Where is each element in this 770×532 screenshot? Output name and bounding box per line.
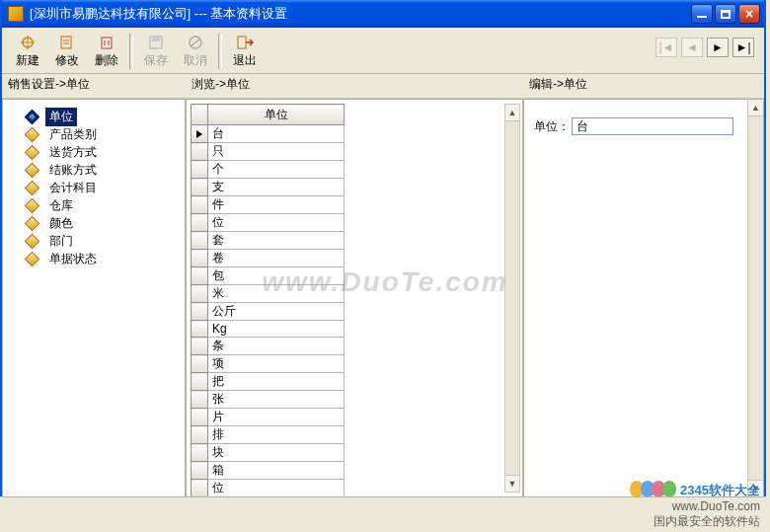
close-button[interactable]: × [738,4,760,24]
tree-department[interactable]: 部门 [9,232,179,250]
footer-slogan: 国内最安全的软件站 [630,513,760,530]
table-row[interactable]: 个 [192,161,345,179]
table-row[interactable]: 片 [192,409,345,426]
unit-cell[interactable]: 包 [208,267,345,285]
unit-cell[interactable]: 片 [208,409,345,426]
unit-cell[interactable]: 件 [208,196,345,214]
table-row[interactable]: 只 [192,143,345,161]
exit-button[interactable]: 退出 [225,32,265,71]
unit-cell[interactable]: 个 [208,161,345,179]
edit-label: 修改 [55,52,79,69]
unit-cell[interactable]: 支 [208,179,345,196]
table-row[interactable]: 块 [192,444,345,462]
scroll-down-icon[interactable]: ▼ [505,475,519,492]
edit-button[interactable]: 修改 [47,32,87,71]
unit-cell[interactable]: 卷 [208,250,345,267]
tree-payment-method[interactable]: 结账方式 [9,161,179,179]
body: 销售设置->单位 单位产品类别送货方式结账方式会计科目仓库颜色部门单据状态 浏览… [2,74,764,497]
minimize-button[interactable] [691,4,713,24]
unit-cell[interactable]: 米 [208,285,345,303]
table-row[interactable]: 支 [192,179,345,196]
maximize-button[interactable] [715,4,736,24]
tree-bill-status[interactable]: 单据状态 [9,250,179,267]
unit-cell[interactable]: 把 [208,373,345,391]
unit-cell[interactable]: 块 [208,444,345,462]
table-row[interactable]: 位 [192,480,345,497]
nav-first-button[interactable]: |◄ [655,38,677,57]
unit-cell[interactable]: 条 [208,338,345,355]
tree-delivery-method[interactable]: 送货方式 [9,143,179,161]
table-row[interactable]: 公斤 [192,303,345,321]
table-row[interactable]: 条 [192,338,345,355]
unit-cell[interactable]: 项 [208,355,345,373]
grid-column-header[interactable]: 单位 [208,105,345,125]
edit-content: 单位： ▲ ▼ [523,99,764,497]
table-row[interactable]: 项 [192,355,345,373]
edit-icon [57,34,77,51]
unit-grid[interactable]: 单位 台只个支件位套卷包米公斤Kg条项把张片排块箱位箱 [191,104,345,497]
scroll-up-icon[interactable]: ▲ [505,105,519,121]
diamond-icon [25,144,40,160]
tree-warehouse[interactable]: 仓库 [9,196,179,214]
edit-row: 单位： [534,117,753,135]
unit-cell[interactable]: 公斤 [208,303,345,321]
unit-cell[interactable]: 位 [208,480,345,497]
save-icon [146,34,166,51]
nav-next-button[interactable]: ► [707,38,729,57]
unit-cell[interactable]: 台 [208,125,345,143]
table-row[interactable]: 箱 [192,497,345,498]
unit-cell[interactable]: 位 [208,214,345,232]
save-button[interactable]: 保存 [136,32,176,71]
tree-item-label: 仓库 [45,196,77,215]
cancel-label: 取消 [184,52,207,69]
tree-content: 单位产品类别送货方式结账方式会计科目仓库颜色部门单据状态 [2,99,186,497]
table-row[interactable]: 套 [192,232,345,250]
table-row[interactable]: Kg [192,321,345,338]
cancel-button[interactable]: 取消 [176,32,215,71]
right-scrollbar[interactable]: ▲ ▼ [747,100,763,496]
unit-cell[interactable]: 箱 [208,497,345,498]
unit-cell[interactable]: 只 [208,143,345,161]
middle-scrollbar[interactable]: ▲ ▼ [504,104,520,493]
unit-cell[interactable]: 箱 [208,462,345,480]
delete-icon [97,34,116,51]
table-row[interactable]: 米 [192,285,345,303]
unit-cell[interactable]: 排 [208,426,345,444]
delete-button[interactable]: 删除 [87,32,126,71]
delete-label: 删除 [95,52,118,69]
app-window: [深圳市易鹏达科技有限公司] --- 基本资料设置 × 新建 修改 [0,0,766,496]
unit-field-label: 单位： [534,118,570,135]
new-button[interactable]: 新建 [8,32,47,71]
diamond-icon [25,197,40,213]
table-row[interactable]: 卷 [192,250,345,267]
grid-content: 单位 台只个支件位套卷包米公斤Kg条项把张片排块箱位箱 ▲ ▼ [186,99,523,497]
tree-account-subject[interactable]: 会计科目 [9,179,179,196]
nav-prev-button[interactable]: ◄ [681,38,703,57]
row-header [192,497,208,498]
exit-label: 退出 [233,52,257,69]
table-row[interactable]: 台 [192,125,345,143]
tree-item-label: 单据状态 [45,250,101,268]
scroll-up-icon[interactable]: ▲ [748,100,763,116]
table-row[interactable]: 位 [192,214,345,232]
table-row[interactable]: 张 [192,391,345,409]
unit-cell[interactable]: 套 [208,232,345,250]
diamond-icon [25,126,40,142]
unit-input[interactable] [572,117,733,135]
tree-product-category[interactable]: 产品类别 [9,125,179,143]
grid-corner [192,105,208,125]
new-label: 新建 [16,52,39,69]
table-row[interactable]: 包 [192,267,345,285]
row-header [192,373,208,391]
unit-cell[interactable]: 张 [208,391,345,409]
svg-rect-13 [238,37,246,48]
tree-color[interactable]: 颜色 [9,214,179,232]
unit-cell[interactable]: Kg [208,321,345,338]
row-header [192,391,208,409]
table-row[interactable]: 件 [192,196,345,214]
table-row[interactable]: 把 [192,373,345,391]
nav-last-button[interactable]: ►| [732,38,754,57]
table-row[interactable]: 箱 [192,462,345,480]
table-row[interactable]: 排 [192,426,345,444]
tree-unit[interactable]: 单位 [9,108,179,125]
